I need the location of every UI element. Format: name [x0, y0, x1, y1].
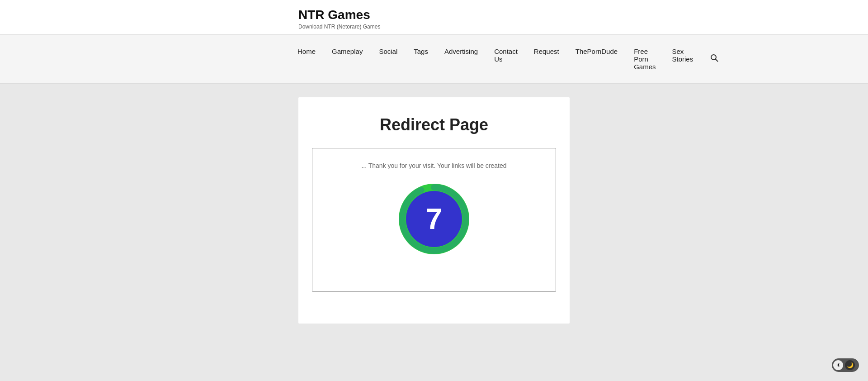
nav-item-social: Social [371, 35, 406, 83]
nav-link-contact[interactable]: Contact Us [486, 35, 526, 76]
redirect-box: ... Thank you for your visit. Your links… [312, 148, 556, 292]
nav-item-home: Home [289, 35, 324, 83]
nav-item-request: Request [526, 35, 567, 83]
nav-item-gameplay: Gameplay [324, 35, 371, 83]
nav-link-sexstories[interactable]: Sex Stories [664, 35, 701, 76]
nav-link-gameplay[interactable]: Gameplay [324, 35, 371, 68]
nav-link-request[interactable]: Request [526, 35, 567, 68]
countdown-circle: 7 [398, 183, 470, 255]
countdown-number: 7 [426, 205, 442, 233]
nav-item-tags: Tags [406, 35, 436, 83]
dark-mode-icon: 🌙 [845, 360, 855, 370]
site-branding: NTR Games Download NTR (Netorare) Games [163, 7, 705, 30]
countdown-container: 7 [321, 183, 547, 255]
redirect-message: ... Thank you for your visit. Your links… [321, 162, 547, 169]
page-title: Redirect Page [312, 115, 556, 134]
main-content: Redirect Page ... Thank you for your vis… [0, 84, 868, 381]
nav-link-tags[interactable]: Tags [406, 35, 436, 68]
nav-links: Home Gameplay Social Tags Advertising Co… [163, 35, 701, 83]
nav-item-sexstories: Sex Stories [664, 35, 701, 83]
nav-link-advertising[interactable]: Advertising [436, 35, 486, 68]
site-title[interactable]: NTR Games [298, 7, 696, 23]
site-nav: Home Gameplay Social Tags Advertising Co… [0, 35, 868, 84]
nav-link-home[interactable]: Home [289, 35, 324, 68]
nav-item-advertising: Advertising [436, 35, 486, 83]
site-tagline: Download NTR (Netorare) Games [298, 24, 696, 30]
nav-link-freeporngames[interactable]: Free Porn Games [626, 35, 664, 83]
nav-inner: Home Gameplay Social Tags Advertising Co… [163, 35, 705, 83]
dark-mode-toggle[interactable]: ☀ 🌙 [832, 358, 859, 372]
nav-item-theporndude: ThePornDude [567, 35, 626, 83]
nav-link-social[interactable]: Social [371, 35, 406, 68]
nav-item-contact: Contact Us [486, 35, 526, 83]
nav-link-theporndude[interactable]: ThePornDude [567, 35, 626, 68]
nav-item-freeporngames: Free Porn Games [626, 35, 664, 83]
content-card: Redirect Page ... Thank you for your vis… [298, 97, 570, 324]
search-icon[interactable] [701, 41, 727, 77]
light-mode-icon: ☀ [833, 360, 843, 370]
svg-line-1 [716, 59, 718, 61]
site-header: NTR Games Download NTR (Netorare) Games [0, 0, 868, 35]
